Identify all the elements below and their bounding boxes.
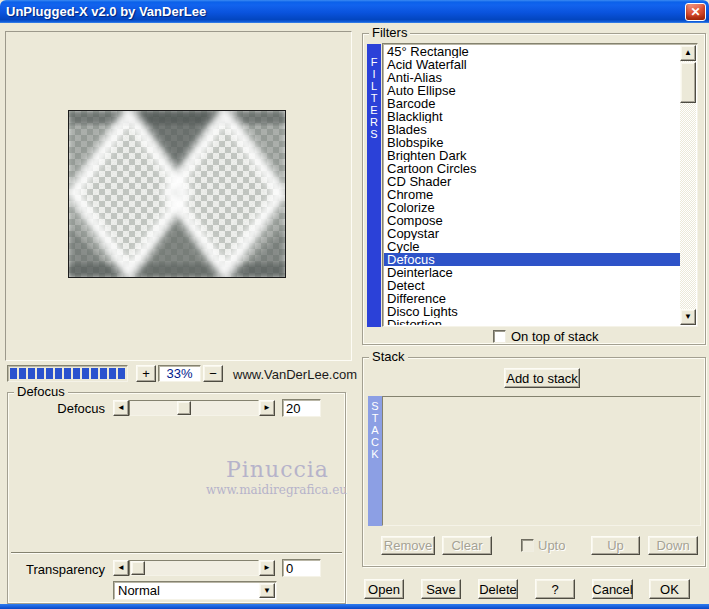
ok-button[interactable]: OK <box>649 579 690 599</box>
blend-mode-dropdown[interactable]: Normal ▼ <box>113 581 277 600</box>
progress-segment <box>46 368 53 379</box>
progress-bar <box>7 365 128 382</box>
clear-button[interactable]: Clear <box>442 536 492 555</box>
close-icon[interactable]: ✕ <box>685 3 706 21</box>
stack-vertical-label: STACK <box>368 396 382 526</box>
on-top-of-stack-checkbox[interactable] <box>493 330 506 343</box>
titlebar[interactable]: UnPlugged-X v2.0 by VanDerLee ✕ <box>0 0 709 23</box>
stack-group: Stack Add to stack STACK Remove Clear Up… <box>362 357 706 567</box>
filter-item[interactable]: Auto Ellipse <box>384 84 680 97</box>
scrollbar-thumb[interactable] <box>680 62 696 103</box>
progress-segment <box>73 368 80 379</box>
defocus-left-arrow-icon[interactable]: ◄ <box>113 400 129 416</box>
progress-segment <box>109 368 116 379</box>
defocus-group-title: Defocus <box>14 385 68 399</box>
filters-group: Filters FILTERS 45° RectangleAcid Waterf… <box>362 33 706 345</box>
zoom-level-field: 33% <box>158 365 201 382</box>
filter-item[interactable]: Defocus <box>384 253 680 266</box>
separator-line <box>11 552 342 554</box>
transparency-slider-track[interactable] <box>129 560 259 576</box>
stack-group-title: Stack <box>369 350 408 364</box>
upto-label: Upto <box>538 538 565 553</box>
filters-list[interactable]: 45° RectangleAcid WaterfallAnti-AliasAut… <box>382 43 698 327</box>
zoom-in-button[interactable]: + <box>136 365 156 382</box>
progress-segment <box>64 368 71 379</box>
upto-checkbox[interactable] <box>521 539 534 552</box>
progress-segment <box>28 368 35 379</box>
progress-segment <box>82 368 89 379</box>
transparency-slider-thumb[interactable] <box>131 561 145 575</box>
progress-segment <box>19 368 26 379</box>
defocus-group: Defocus Defocus ◄ ► 20 Pinuccia www.maid… <box>7 392 346 604</box>
window-title: UnPlugged-X v2.0 by VanDerLee <box>0 4 206 19</box>
vanderlee-link[interactable]: www.VanDerLee.com <box>233 367 357 382</box>
defocus-slider-track[interactable] <box>129 400 259 416</box>
stack-list[interactable] <box>382 396 701 526</box>
filter-item[interactable]: Deinterlace <box>384 266 680 279</box>
filter-item[interactable]: Distortion <box>384 318 680 325</box>
progress-segment <box>10 368 17 379</box>
filter-item[interactable]: Brighten Dark <box>384 149 680 162</box>
preview-image[interactable] <box>68 110 286 278</box>
filter-item[interactable]: Cycle <box>384 240 680 253</box>
window-bottom-border <box>0 604 709 609</box>
cancel-button[interactable]: Cancel <box>592 579 633 599</box>
filter-item[interactable]: Acid Waterfall <box>384 58 680 71</box>
scroll-down-icon[interactable]: ▼ <box>680 309 696 325</box>
remove-button[interactable]: Remove <box>381 536 435 555</box>
transparency-right-arrow-icon[interactable]: ► <box>259 560 275 576</box>
zoom-out-button[interactable]: − <box>203 365 223 382</box>
help-button[interactable]: ? <box>535 579 575 599</box>
progress-segment <box>100 368 107 379</box>
watermark-name: Pinuccia <box>226 457 329 482</box>
down-button[interactable]: Down <box>648 536 698 555</box>
defocus-slider-label: Defocus <box>35 401 105 416</box>
progress-segment <box>37 368 44 379</box>
unplugged-x-dialog: UnPlugged-X v2.0 by VanDerLee ✕ <box>0 0 709 609</box>
filter-item[interactable]: Anti-Alias <box>384 71 680 84</box>
filter-item[interactable]: Detect <box>384 279 680 292</box>
filter-item[interactable]: Disco Lights <box>384 305 680 318</box>
filter-item[interactable]: Blacklight <box>384 110 680 123</box>
filter-item[interactable]: Compose <box>384 214 680 227</box>
filter-item[interactable]: Blades <box>384 123 680 136</box>
filter-item[interactable]: Blobspike <box>384 136 680 149</box>
filter-item[interactable]: Colorize <box>384 201 680 214</box>
up-button[interactable]: Up <box>591 536 640 555</box>
filter-item[interactable]: Chrome <box>384 188 680 201</box>
transparency-value-field[interactable]: 0 <box>282 559 321 577</box>
defocus-value-field[interactable]: 20 <box>282 399 321 417</box>
filter-item[interactable]: Difference <box>384 292 680 305</box>
preview-panel <box>5 31 352 361</box>
filter-item[interactable]: Cartoon Circles <box>384 162 680 175</box>
watermark-url: www.maidiregrafica.eu <box>206 483 347 497</box>
defocus-preview-graphic <box>69 111 285 277</box>
progress-segment <box>55 368 62 379</box>
delete-button[interactable]: Delete <box>478 579 518 599</box>
save-button[interactable]: Save <box>421 579 461 599</box>
filters-group-title: Filters <box>369 26 410 40</box>
filter-item[interactable]: 45° Rectangle <box>384 45 680 58</box>
filter-item[interactable]: CD Shader <box>384 175 680 188</box>
progress-segment <box>91 368 98 379</box>
progress-segment <box>118 368 125 379</box>
add-to-stack-button[interactable]: Add to stack <box>504 368 580 388</box>
transparency-slider-label: Transparency <box>18 562 105 577</box>
filters-vertical-label: FILTERS <box>367 44 381 327</box>
filter-item[interactable]: Copystar <box>384 227 680 240</box>
open-button[interactable]: Open <box>364 579 404 599</box>
scroll-up-icon[interactable]: ▲ <box>680 45 696 61</box>
blend-mode-value: Normal <box>114 583 259 598</box>
defocus-slider-thumb[interactable] <box>177 401 191 415</box>
on-top-of-stack-label: On top of stack <box>511 329 598 344</box>
transparency-left-arrow-icon[interactable]: ◄ <box>113 560 129 576</box>
defocus-right-arrow-icon[interactable]: ► <box>259 400 275 416</box>
filters-scrollbar[interactable]: ▲ ▼ <box>680 45 696 325</box>
filter-item[interactable]: Barcode <box>384 97 680 110</box>
dropdown-arrow-icon[interactable]: ▼ <box>259 583 275 598</box>
